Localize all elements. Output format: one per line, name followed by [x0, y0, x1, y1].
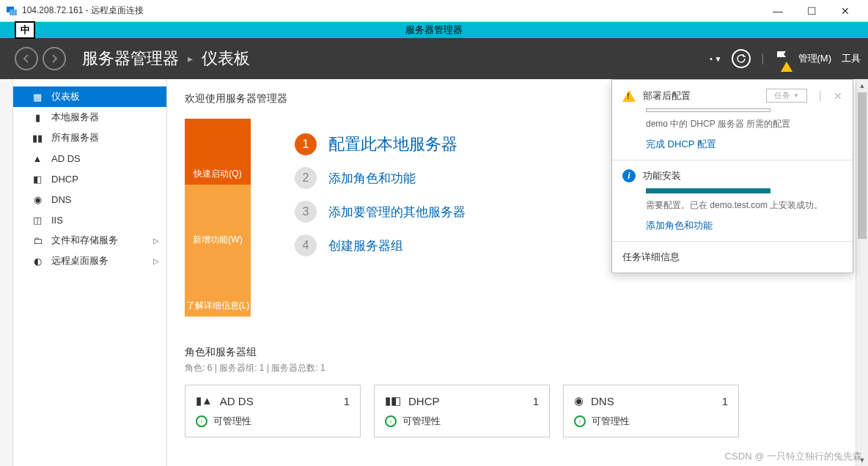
ime-indicator[interactable]: 中: [15, 21, 35, 39]
tile-learnmore[interactable]: 了解详细信息(L): [185, 251, 251, 317]
nav-back-button[interactable]: [15, 47, 38, 70]
dashboard-icon: ▦: [31, 92, 44, 103]
breadcrumb: 服务器管理器 ▸ 仪表板: [82, 48, 250, 70]
adds-icon: ▲: [31, 153, 44, 164]
adds-icon: ▮▲: [196, 394, 213, 407]
remote-titlebar: 中 服务器管理器: [0, 22, 868, 38]
role-groups: ▮▲AD DS1 ↑可管理性 ▮◧DHCP1 ↑可管理性 ◉DNS1 ↑可管理性: [185, 385, 850, 437]
dhcp-icon: ▮◧: [385, 394, 401, 407]
notification-panel: 部署后配置 任务▼ | ✕ demo 中的 DHCP 服务器 所需的配置 完成 …: [611, 79, 853, 273]
chevron-right-icon: ▷: [153, 237, 159, 245]
rdp-icon: [6, 5, 18, 17]
groups-subheading: 角色: 6 | 服务器组: 1 | 服务器总数: 1: [185, 362, 850, 374]
tasks-dropdown[interactable]: 任务▼: [766, 89, 807, 103]
close-button[interactable]: ✕: [828, 0, 862, 22]
notif-title: 部署后配置: [643, 89, 759, 103]
sidebar-item-adds[interactable]: ▲AD DS: [13, 148, 166, 169]
dhcp-icon: ◧: [31, 174, 44, 185]
progress-bar: [646, 108, 770, 112]
watermark: CSDN @ 一只特立独行的兔先森: [725, 450, 862, 463]
sidebar-item-dashboard[interactable]: ▦仪表板: [13, 86, 166, 107]
notif-close-button[interactable]: ✕: [834, 90, 842, 102]
minimize-button[interactable]: —: [761, 0, 795, 22]
breadcrumb-current: 仪表板: [202, 48, 250, 70]
sidebar-item-all-servers[interactable]: ▮▮所有服务器: [13, 127, 166, 148]
sidebar-item-iis[interactable]: ◫IIS: [13, 210, 166, 230]
window-titlebar: 104.208.72.161 - 远程桌面连接 — ☐ ✕: [0, 0, 868, 22]
status-up-icon: ↑: [385, 415, 397, 427]
scroll-thumb[interactable]: [858, 92, 867, 239]
storage-icon: 🗀: [31, 235, 44, 246]
notif-message: demo 中的 DHCP 服务器 所需的配置: [646, 118, 842, 130]
complete-dhcp-link[interactable]: 完成 DHCP 配置: [646, 138, 842, 151]
warning-icon: [622, 90, 636, 102]
info-icon: i: [622, 169, 636, 182]
maximize-button[interactable]: ☐: [795, 0, 828, 22]
dns-icon: ◉: [31, 194, 44, 205]
nav-forward-button[interactable]: [43, 47, 66, 70]
tools-menu[interactable]: 工具: [842, 52, 861, 65]
breadcrumb-root[interactable]: 服务器管理器: [82, 48, 179, 70]
notif-title: 功能安装: [643, 169, 842, 182]
sidebar-item-remote-desktop[interactable]: ◐远程桌面服务▷: [13, 251, 166, 271]
vertical-scrollbar[interactable]: ▲ ▼: [856, 79, 868, 466]
group-card-adds[interactable]: ▮▲AD DS1 ↑可管理性: [185, 385, 361, 437]
left-gutter: [0, 79, 13, 466]
task-details-link[interactable]: 任务详细信息: [622, 251, 842, 264]
sidebar: ▦仪表板 ▮本地服务器 ▮▮所有服务器 ▲AD DS ◧DHCP ◉DNS ◫I…: [13, 79, 167, 466]
rds-icon: ◐: [31, 256, 44, 267]
notifications-flag-icon[interactable]: [775, 50, 788, 67]
server-icon: ▮: [31, 112, 44, 123]
sidebar-item-dhcp[interactable]: ◧DHCP: [13, 169, 166, 189]
group-card-dns[interactable]: ◉DNS1 ↑可管理性: [563, 385, 739, 437]
window-title: 104.208.72.161 - 远程桌面连接: [22, 4, 761, 17]
group-card-dhcp[interactable]: ▮◧DHCP1 ↑可管理性: [374, 385, 550, 437]
groups-heading: 角色和服务器组: [185, 346, 850, 359]
chevron-right-icon: ▷: [153, 257, 159, 265]
sidebar-item-local-server[interactable]: ▮本地服务器: [13, 107, 166, 127]
status-up-icon: ↑: [574, 415, 586, 427]
svg-rect-1: [10, 10, 17, 15]
chevron-right-icon: ▸: [188, 53, 193, 64]
sidebar-item-file-storage[interactable]: 🗀文件和存储服务▷: [13, 230, 166, 251]
sidebar-item-dns[interactable]: ◉DNS: [13, 189, 166, 210]
manage-menu[interactable]: 管理(M): [798, 52, 832, 65]
notif-message: 需要配置。已在 demo.test.com 上安装成功。: [646, 199, 842, 212]
scroll-up-icon[interactable]: ▲: [856, 79, 868, 92]
progress-bar-filled: [646, 188, 770, 193]
add-roles-link[interactable]: 添加角色和功能: [646, 219, 842, 232]
dropdown-icon[interactable]: • ▼: [710, 55, 721, 63]
status-up-icon: ↑: [196, 415, 207, 427]
tile-quickstart[interactable]: 快速启动(Q): [185, 119, 251, 185]
refresh-button[interactable]: [732, 49, 751, 68]
remote-app-title: 服务器管理器: [405, 23, 463, 37]
tile-whatsnew[interactable]: 新增功能(W): [185, 185, 251, 251]
servers-icon: ▮▮: [31, 133, 44, 144]
iis-icon: ◫: [31, 215, 44, 226]
main-content: 欢迎使用服务器管理器 快速启动(Q) 新增功能(W) 了解详细信息(L) 1配置…: [167, 79, 868, 466]
app-header: 服务器管理器 ▸ 仪表板 • ▼ | 管理(M) 工具: [0, 38, 868, 79]
dns-icon: ◉: [574, 394, 584, 407]
